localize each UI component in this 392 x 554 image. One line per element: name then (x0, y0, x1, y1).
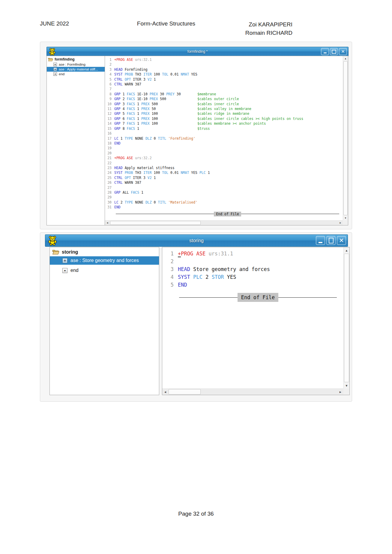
code-line-14: 14GRP 7 FACS 1 PREX 100 $cables membrane… (105, 121, 343, 126)
window-storing: storing ✕ storing+ase : Store geometry a… (40, 232, 352, 402)
code-line-28: 28GRP ALL FACS 1 (105, 190, 343, 195)
window-controls: ✕ (316, 236, 346, 245)
horizontal-scrollbar[interactable]: ◄ ► (105, 220, 343, 225)
tree-item-label: ase : Formfinding (59, 63, 85, 66)
line-number: 15 (105, 126, 112, 131)
header-authors: Zoi KARAPIPERI Romain RICHARD (40, 20, 292, 37)
scroll-left-arrow[interactable]: ◄ (162, 389, 168, 395)
tree-item-ase-formfinding[interactable]: +ase : Formfinding (47, 62, 105, 67)
maximize-icon (329, 238, 334, 243)
horizontal-scroll-thumb[interactable] (169, 389, 201, 395)
maximize-button[interactable] (330, 48, 338, 55)
code-line-8: 8GRP 1 FACS 1E-10 PREX 30 PREY 30 $membr… (105, 92, 343, 97)
tree-item-end[interactable]: ▪end (47, 72, 105, 76)
scrollbar-corner (343, 220, 348, 225)
line-number: 19 (105, 146, 112, 150)
expand-plus-icon[interactable]: + (62, 258, 67, 263)
line-number: 5 (105, 77, 112, 82)
scroll-right-arrow[interactable]: ► (338, 221, 343, 225)
tree-item-ase-apply-material-stiff[interactable]: +ase : Apply material stiff... (47, 67, 105, 72)
code-line-15: 15GRP 8 FACS 1 $truss (105, 126, 343, 131)
line-number: 1 (162, 250, 174, 258)
window-title: formfinding * (47, 49, 348, 54)
code-text: GRP ALL FACS 1 (114, 190, 143, 195)
titlebar[interactable]: formfinding * ✕ (46, 47, 349, 56)
scroll-up-arrow[interactable]: ▲ (343, 56, 348, 61)
horizontal-scrollbar[interactable]: ◄ ► (162, 389, 343, 395)
minimize-button[interactable] (316, 236, 325, 245)
code-text: SYST PROB TH3 ITER 100 TOL 0.01 NMAT YES (114, 72, 197, 77)
minimize-icon (319, 242, 322, 243)
code-line-4: 4SYST PLC 2 STOR YES (162, 273, 343, 281)
code-line-11: 11GRP 4 FACS 1 PREX 50 $cables valley in… (105, 106, 343, 111)
tree-root-item[interactable]: formfinding (47, 56, 105, 62)
tree-item-end[interactable]: ▪end (50, 266, 159, 275)
line-number: 28 (105, 190, 112, 195)
line-number: 8 (105, 92, 112, 97)
code-line-20: 20 (105, 151, 343, 156)
window-formfinding: formfinding * ✕ formfinding+ase : Formfi… (40, 42, 352, 229)
code-line-1: 1+PROG ASE urs:32.1 (105, 57, 343, 62)
expand-plus-icon[interactable]: + (53, 63, 57, 66)
maximize-icon (332, 50, 336, 54)
code-editor[interactable]: 1+PROG ASE urs:32.123HEAD Formfinding4SY… (105, 56, 343, 220)
tree-root-item[interactable]: storing (50, 247, 159, 256)
maximize-button[interactable] (326, 236, 336, 245)
line-number: 11 (105, 106, 112, 111)
expand-plus-icon[interactable]: + (53, 67, 57, 71)
scroll-up-arrow[interactable]: ▲ (344, 247, 349, 253)
tree-item-label: ase : Store geometry and forces (70, 258, 139, 263)
line-number: 21 (105, 156, 112, 160)
code-text: +PROG ASE urs:31.1 (178, 250, 233, 258)
tree-item-label: ase : Apply material stiff... (59, 67, 98, 71)
code-line-5: 5END (162, 281, 343, 289)
tree-item-ase-store-geometry-and-forces[interactable]: +ase : Store geometry and forces (50, 256, 159, 265)
scroll-left-arrow[interactable]: ◄ (105, 221, 110, 225)
line-number: 4 (162, 273, 174, 281)
document-page: JUNE 2022 Form-Active Structures Zoi KAR… (0, 0, 392, 554)
vertical-scroll-thumb[interactable] (344, 254, 349, 382)
titlebar[interactable]: storing ✕ (45, 234, 348, 247)
scroll-right-arrow[interactable]: ► (337, 389, 343, 395)
vertical-scrollbar[interactable]: ▲ ▼ (343, 247, 349, 389)
tree-root-label: formfinding (55, 57, 75, 61)
horizontal-scroll-thumb[interactable] (110, 221, 201, 225)
code-line-5: 5CTRL OPT ITER 3 V2 1 (105, 77, 343, 82)
scroll-down-arrow[interactable]: ▼ (343, 216, 348, 220)
page-number: Page 32 of 36 (0, 511, 392, 517)
window-controls: ✕ (321, 48, 347, 55)
code-text: END (114, 141, 121, 146)
line-number: 18 (105, 141, 112, 146)
close-icon: ✕ (339, 237, 344, 243)
code-line-10: 10GRP 3 FACS 1 PREX 500 $cables inner ci… (105, 102, 343, 106)
vertical-scroll-thumb[interactable] (343, 61, 348, 215)
line-number: 4 (105, 72, 112, 77)
code-line-27: 27 (105, 185, 343, 190)
line-number: 20 (105, 151, 112, 156)
code-line-17: 17LC 1 TYPE NONE DLZ 0 TITL 'Formfinding… (105, 136, 343, 141)
code-line-18: 18END (105, 141, 343, 146)
code-text: GRP 8 FACS 1 $truss (114, 126, 210, 131)
task-tree-panel: storing+ase : Store geometry and forces▪… (49, 247, 159, 395)
minimize-button[interactable] (321, 48, 329, 55)
folder-icon (52, 249, 59, 255)
close-button[interactable]: ✕ (339, 48, 347, 55)
close-button[interactable]: ✕ (337, 236, 346, 245)
line-number: 12 (105, 111, 112, 116)
code-line-24: 24SYST PROB TH3 ITER 100 TOL 0.01 NMAT Y… (105, 170, 343, 175)
line-number: 31 (105, 205, 112, 210)
vertical-scrollbar[interactable]: ▲ ▼ (343, 56, 348, 220)
code-line-22: 22 (105, 161, 343, 165)
code-text: GRP 1 FACS 1E-10 PREX 30 PREY 30 $membra… (114, 92, 216, 97)
bullet-icon: ▪ (62, 268, 67, 273)
close-icon: ✕ (341, 49, 345, 54)
code-text: GRP 6 FACS 1 PREX 100 $cables inner circ… (114, 116, 303, 121)
line-number: 7 (105, 87, 112, 91)
code-editor[interactable]: 1+PROG ASE urs:31.123HEAD Store geometry… (162, 247, 343, 389)
code-line-21: 21+PROG ASE urs:32.2 (105, 156, 343, 160)
line-number: 6 (105, 82, 112, 87)
line-number: 3 (162, 265, 174, 273)
scroll-down-arrow[interactable]: ▼ (344, 383, 349, 389)
code-text: LC 1 TYPE NONE DLZ 0 TITL 'Formfinding' (114, 136, 195, 141)
folder-icon (48, 58, 53, 61)
